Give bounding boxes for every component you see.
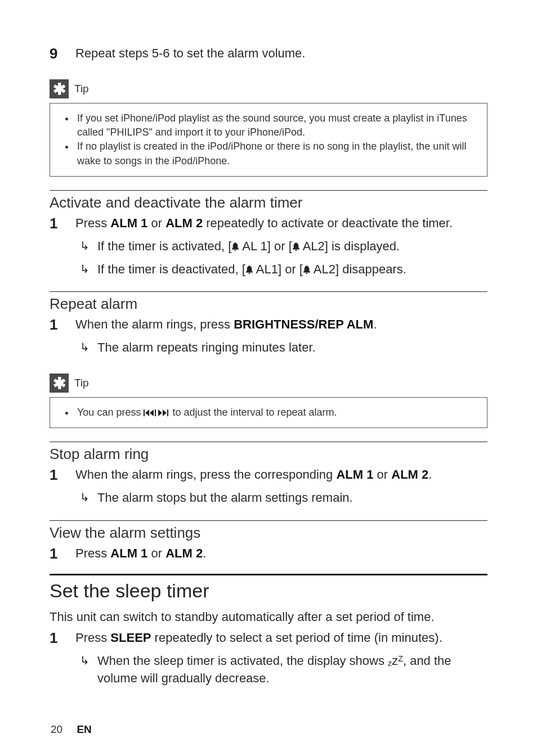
- repeat-step-1: 1 When the alarm rings, press BRIGHTNESS…: [50, 316, 487, 334]
- language-code: EN: [77, 723, 91, 735]
- bell-icon: [231, 242, 239, 251]
- manual-page: 9 Repeat steps 5-6 to set the alarm volu…: [0, 0, 537, 756]
- svg-marker-5: [163, 410, 167, 416]
- section-heading-main: Set the sleep timer: [50, 580, 487, 602]
- tip-item: If you set iPhone/iPod playlist as the s…: [75, 111, 479, 140]
- text: The alarm stops but the alarm settings r…: [97, 489, 487, 507]
- text: or: [147, 546, 165, 560]
- text: repeatedly to activate or deactivate the…: [203, 216, 453, 230]
- arrow-icon: ↳: [80, 489, 90, 505]
- text: repeatedly to select a set period of tim…: [151, 631, 442, 645]
- button-label: SLEEP: [110, 631, 151, 645]
- arrow-icon: ↳: [80, 339, 90, 355]
- text: The alarm repeats ringing minutes later.: [97, 339, 487, 357]
- text: .: [428, 467, 432, 482]
- tip-header: ✱ Tip: [50, 79, 487, 98]
- arrow-icon: ↳: [80, 652, 90, 668]
- text: When the alarm rings, press: [75, 317, 234, 331]
- text: or: [373, 467, 391, 482]
- text: to adjust the interval to repeat alarm.: [169, 407, 337, 418]
- step-text: Press ALM 1 or ALM 2.: [75, 545, 487, 562]
- step-number: 1: [50, 316, 75, 334]
- step-number: 1: [50, 629, 75, 647]
- result-line: ↳ If the timer is activated, [ AL 1] or …: [80, 238, 487, 255]
- button-label: BRIGHTNESS/REP ALM: [234, 317, 373, 331]
- asterisk-glyph: ✱: [53, 374, 66, 393]
- t: AL2] is displayed.: [300, 239, 400, 253]
- divider: [50, 442, 487, 442]
- page-footer: 20 EN: [51, 723, 92, 736]
- svg-marker-4: [158, 410, 162, 416]
- result-line: ↳ The alarm stops but the alarm settings…: [80, 489, 487, 507]
- prev-next-icon: [144, 407, 169, 418]
- button-label: ALM 1: [110, 546, 147, 560]
- tip-label: Tip: [74, 377, 89, 389]
- stop-step-1: 1 When the alarm rings, press the corres…: [50, 466, 487, 484]
- tip-label: Tip: [74, 83, 89, 95]
- step-text: When the alarm rings, press the correspo…: [75, 466, 487, 483]
- result-line: ↳ The alarm repeats ringing minutes late…: [80, 339, 487, 357]
- asterisk-icon: ✱: [50, 79, 69, 98]
- arrow-icon: ↳: [80, 261, 90, 277]
- button-label: ALM 1: [336, 467, 373, 482]
- step-number: 1: [50, 545, 75, 562]
- tip-box: If you set iPhone/iPod playlist as the s…: [50, 103, 487, 177]
- button-label: ALM 1: [110, 216, 147, 230]
- svg-rect-6: [167, 410, 168, 416]
- step-number: 1: [50, 215, 75, 232]
- svg-marker-1: [145, 410, 149, 416]
- intro-text: This unit can switch to standby automati…: [50, 609, 487, 626]
- step-number: 1: [50, 466, 75, 484]
- text: Press: [75, 546, 110, 560]
- button-label: ALM 2: [165, 216, 203, 230]
- asterisk-glyph: ✱: [53, 80, 66, 98]
- text: Press: [75, 216, 110, 230]
- sleep-step-1: 1 Press SLEEP repeatedly to select a set…: [50, 629, 487, 647]
- arrow-icon: ↳: [80, 238, 90, 254]
- result-line: ↳ If the timer is deactivated, [ AL1] or…: [80, 261, 487, 278]
- view-step-1: 1 Press ALM 1 or ALM 2.: [50, 545, 487, 562]
- text: .: [203, 546, 206, 560]
- text: or: [147, 216, 165, 230]
- step-text: Press ALM 1 or ALM 2 repeatedly to activ…: [75, 215, 487, 232]
- result-line: ↳ When the sleep timer is activated, the…: [80, 652, 487, 687]
- t: AL1] or [: [253, 262, 303, 276]
- section-heading: Stop alarm ring: [50, 446, 487, 463]
- section-heading: Activate and deactivate the alarm timer: [50, 194, 487, 212]
- button-label: ALM 2: [391, 467, 428, 482]
- t: When the sleep timer is activated, the d…: [97, 654, 388, 668]
- section-heading: Repeat alarm: [50, 295, 487, 313]
- tip-item: If no playlist is created in the iPod/iP…: [75, 140, 479, 168]
- text: If the timer is activated, [ AL 1] or [ …: [97, 238, 487, 255]
- t: AL2] disappears.: [311, 262, 406, 276]
- activate-step-1: 1 Press ALM 1 or ALM 2 repeatedly to act…: [50, 215, 487, 232]
- t: If the timer is activated, [: [97, 239, 231, 253]
- step-text: Press SLEEP repeatedly to select a set p…: [75, 629, 487, 646]
- step-text: When the alarm rings, press BRIGHTNESS/R…: [75, 316, 487, 333]
- divider: [50, 190, 487, 191]
- step-9: 9 Repeat steps 5-6 to set the alarm volu…: [50, 45, 487, 62]
- text: If the timer is deactivated, [ AL1] or […: [97, 261, 487, 278]
- divider: [50, 291, 487, 292]
- sleep-icon: zzZ: [388, 654, 403, 668]
- step-number: 9: [50, 45, 75, 62]
- step-text: Repeat steps 5-6 to set the alarm volume…: [75, 45, 487, 62]
- svg-rect-0: [144, 410, 145, 416]
- svg-rect-3: [155, 410, 156, 416]
- text: When the sleep timer is activated, the d…: [97, 652, 487, 687]
- tip-box: You can press to adjust the interval to …: [50, 397, 487, 428]
- t: AL 1] or [: [239, 239, 292, 253]
- bell-icon: [245, 266, 253, 274]
- bell-icon: [292, 242, 300, 251]
- text: You can press: [77, 407, 144, 418]
- svg-marker-2: [150, 410, 154, 416]
- tip-item: You can press to adjust the interval to …: [75, 406, 479, 420]
- section-heading: View the alarm settings: [50, 524, 487, 542]
- divider-thick: [50, 574, 487, 575]
- text: Press: [75, 631, 110, 645]
- asterisk-icon: ✱: [50, 374, 69, 393]
- text: .: [373, 317, 377, 331]
- page-number: 20: [51, 723, 62, 735]
- t: If the timer is deactivated, [: [97, 262, 245, 276]
- button-label: ALM 2: [165, 546, 203, 560]
